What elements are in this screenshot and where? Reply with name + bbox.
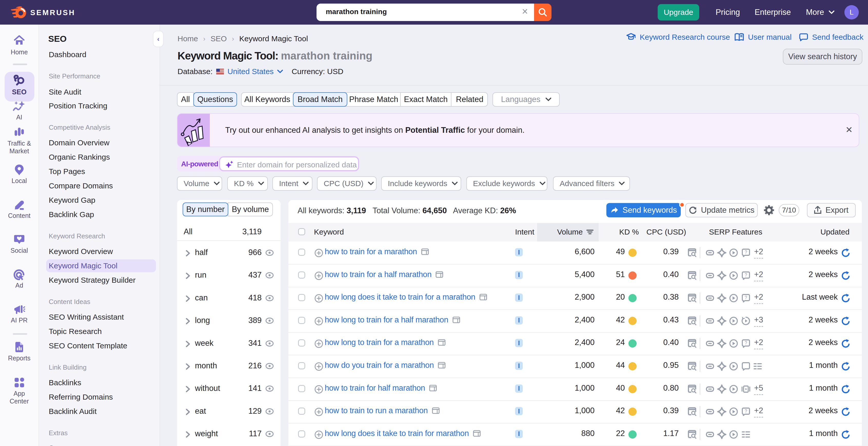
svg-text:?: ? xyxy=(745,409,747,414)
svg-text:?: ? xyxy=(745,272,747,278)
svg-text:?: ? xyxy=(745,250,747,255)
svg-text:?: ? xyxy=(745,295,747,300)
svg-text:?: ? xyxy=(745,340,747,345)
